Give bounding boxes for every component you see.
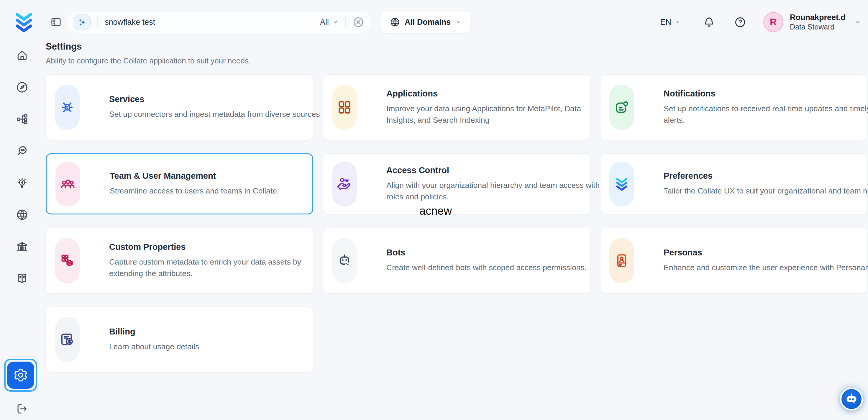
settings-cards-grid: ServicesSet up connectors and ingest met… [46,74,868,372]
sidebar-item-observability[interactable] [16,145,29,157]
bot-icon [336,252,353,269]
page-title: Settings [46,41,868,52]
card-description: Improve your data using Applications for… [386,103,610,126]
billing-receipt-icon [59,331,76,348]
team-people-icon [59,176,76,192]
globe-icon [16,208,29,221]
notifications-icon-tile [609,85,634,130]
sidebar-item-logout[interactable] [16,402,29,415]
user-menu-chevron-icon[interactable] [854,18,862,26]
settings-card-team-user-management[interactable]: Team & User ManagementStreamline access … [46,153,313,214]
settings-card-billing[interactable]: BillingLearn about usage details [46,307,313,372]
card-title: Billing [109,327,333,336]
card-description: Learn about usage details [109,341,333,353]
user-role: Data Steward [790,22,845,32]
layers-icon [613,176,630,192]
card-title: Preferences [663,171,868,181]
topbar: All All Domains EN R Rounakpreet.d Data … [0,0,868,44]
flow-icon [16,113,29,126]
apps-grid-icon [336,99,353,116]
notification-card-icon [613,99,630,116]
chat-bot-icon [844,391,859,407]
sidebar-item-insights[interactable] [16,176,29,189]
home-icon [16,49,29,62]
settings-card-applications[interactable]: ApplicationsImprove your data using Appl… [323,74,590,140]
sidebar-item-explore[interactable] [16,81,29,94]
card-description: Set up connectors and ingest metadata fr… [109,109,333,120]
hand-key-icon [336,176,353,192]
card-description: Set up notifications to received real-ti… [663,103,868,126]
settings-page: Settings Ability to configure the Collat… [46,41,868,372]
bots-icon-tile [332,238,357,283]
topbar-right: EN R Rounakpreet.d Data Steward [660,12,862,32]
custom-properties-icon-tile [55,238,80,283]
language-label: EN [660,18,671,27]
card-title: Access Control [386,166,610,175]
card-description: Streamline access to users and teams in … [110,185,333,197]
settings-card-bots[interactable]: BotsCreate well-defined bots with scoped… [323,228,590,294]
card-description: Enhance and customize the user experienc… [663,262,868,273]
globe-icon [390,17,400,27]
sidebar-item-settings[interactable] [4,359,37,392]
access-control-icon-tile [332,162,357,206]
card-title: Applications [386,89,610,98]
search-input[interactable] [104,18,320,27]
sidebar-item-glossary[interactable] [16,272,29,285]
sidebar-item-domains[interactable] [16,208,29,221]
help-icon[interactable] [734,16,746,28]
card-description: Tailor the Collate UX to suit your organ… [663,185,868,197]
page-subtitle: Ability to configure the Collate applica… [46,56,868,65]
global-search-bar[interactable]: All [67,11,372,33]
settings-card-personas[interactable]: PersonasEnhance and customize the user e… [600,228,868,294]
services-icon [59,99,76,116]
user-info[interactable]: Rounakpreet.d Data Steward [790,13,845,32]
avatar-initial: R [770,17,777,28]
chevron-down-icon [455,19,462,26]
user-name: Rounakpreet.d [790,13,845,23]
card-title: Notifications [663,89,868,98]
preferences-icon-tile [609,162,634,206]
sidebar-item-data-flow[interactable] [16,113,29,126]
clear-search-icon[interactable] [352,16,364,28]
card-description: Capture custom metadata to enrich your d… [109,256,333,279]
ai-sparkle-icon[interactable] [74,14,91,30]
settings-card-access-control[interactable]: Access ControlAlign with your organizati… [323,153,590,214]
bulb-icon [16,176,29,189]
search-scope-label: All [320,18,329,27]
chat-assistant-button[interactable] [840,388,863,411]
collate-logo-icon [12,10,35,34]
user-avatar[interactable]: R [763,12,783,32]
notifications-bell-icon[interactable] [703,16,715,28]
search-scope-dropdown[interactable]: All [320,18,339,27]
settings-card-services[interactable]: ServicesSet up connectors and ingest met… [46,74,313,140]
card-title: Personas [663,248,868,258]
compass-icon [16,81,29,94]
card-description: Align with your organizational hierarchy… [386,180,610,203]
settings-card-custom-properties[interactable]: Custom PropertiesCapture custom metadata… [46,228,313,294]
applications-icon-tile [332,85,357,130]
billing-icon-tile [55,317,80,362]
left-sidebar [0,44,44,420]
card-description: Create well-defined bots with scoped acc… [386,262,610,273]
sidebar-item-governance[interactable] [16,240,29,253]
services-icon-tile [55,85,80,130]
gear-icon [13,367,28,383]
personas-icon-tile [609,238,634,283]
card-title: Services [109,94,333,104]
search-divider [345,17,346,27]
domains-filter-button[interactable]: All Domains [381,11,471,33]
settings-card-preferences[interactable]: PreferencesTailor the Collate UX to suit… [600,153,868,214]
sidebar-item-home[interactable] [16,49,29,62]
search-eye-icon [16,145,29,157]
persona-card-icon [613,252,630,269]
card-title: Custom Properties [109,242,333,252]
book-icon [16,272,29,285]
search-divider [97,17,98,27]
team-user-management-icon-tile [56,162,80,206]
settings-card-notifications[interactable]: NotificationsSet up notifications to rec… [600,74,868,140]
sidebar-toggle-icon[interactable] [50,16,62,28]
language-selector[interactable]: EN [660,18,681,27]
grid-gear-icon [59,252,76,269]
sidebar-divider [8,356,37,357]
chevron-down-icon [674,19,681,26]
